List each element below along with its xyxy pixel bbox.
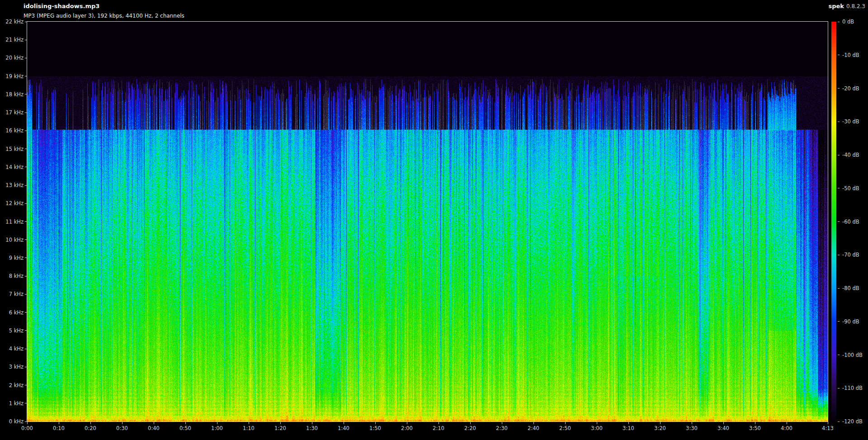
frequency-tick <box>25 40 27 40</box>
frequency-tick <box>25 312 27 313</box>
frequency-tick-label: 8 kHz <box>0 273 24 279</box>
time-tick <box>755 422 755 424</box>
db-tick <box>838 55 840 55</box>
time-tick-label: 0:50 <box>172 425 199 431</box>
frequency-tick <box>25 76 27 76</box>
frequency-tick-label: 17 kHz <box>0 110 24 116</box>
frequency-tick <box>25 239 27 240</box>
frequency-tick <box>25 421 27 422</box>
frequency-tick-label: 6 kHz <box>0 309 24 315</box>
db-tick <box>838 355 840 355</box>
time-tick-label: 0:20 <box>77 425 104 431</box>
time-tick <box>217 422 217 424</box>
db-tick-label: -60 dB <box>842 219 859 225</box>
db-tick-label: -70 dB <box>842 252 859 258</box>
time-tick-label: 0:40 <box>140 425 167 431</box>
time-tick <box>439 422 439 424</box>
frequency-tick <box>25 257 27 258</box>
frequency-tick-label: 14 kHz <box>0 164 24 170</box>
time-tick-label: 2:20 <box>457 425 484 431</box>
time-tick <box>122 422 123 424</box>
time-tick <box>59 422 59 424</box>
time-tick <box>597 422 597 424</box>
time-tick <box>407 422 407 424</box>
db-tick-label: 0 dB <box>842 19 854 25</box>
time-tick-label: 3:50 <box>741 425 769 431</box>
db-tick-label: -20 dB <box>842 85 859 91</box>
db-tick <box>838 221 840 222</box>
app-name: spek <box>829 3 844 9</box>
time-tick-label: 1:50 <box>362 425 389 431</box>
db-tick <box>838 122 840 122</box>
frequency-tick-label: 5 kHz <box>0 328 24 333</box>
frequency-tick-label: 19 kHz <box>0 73 24 79</box>
time-tick-label: 4:13 <box>814 425 841 431</box>
frequency-tick-label: 13 kHz <box>0 183 24 188</box>
frequency-tick <box>25 203 27 204</box>
frequency-tick-label: 10 kHz <box>0 237 24 243</box>
time-tick-label: 3:10 <box>615 425 642 431</box>
frequency-tick <box>25 349 27 349</box>
time-tick <box>312 422 312 424</box>
db-tick-label: -120 dB <box>842 419 863 425</box>
time-tick <box>628 422 629 424</box>
frequency-tick-label: 22 kHz <box>0 19 24 25</box>
time-tick-label: 1:20 <box>267 425 294 431</box>
db-tick <box>838 321 840 322</box>
db-tick <box>838 388 840 389</box>
time-tick-label: 2:00 <box>393 425 420 431</box>
db-tick <box>838 188 840 188</box>
frequency-tick <box>25 221 27 222</box>
time-tick <box>249 422 249 424</box>
frequency-tick-label: 15 kHz <box>0 146 24 152</box>
time-tick <box>660 422 660 424</box>
frequency-tick-label: 11 kHz <box>0 219 24 225</box>
db-tick <box>838 421 840 422</box>
time-tick <box>154 422 154 424</box>
frequency-tick-label: 9 kHz <box>0 255 24 261</box>
frequency-tick <box>25 367 27 367</box>
frequency-tick <box>25 131 27 131</box>
time-tick-label: 0:00 <box>14 425 41 431</box>
time-tick-label: 2:50 <box>552 425 579 431</box>
time-tick-label: 0:10 <box>45 425 72 431</box>
time-tick-label: 2:30 <box>488 425 515 431</box>
frequency-tick-label: 4 kHz <box>0 346 24 352</box>
frequency-tick <box>25 167 27 167</box>
frequency-tick-label: 0 kHz <box>0 419 24 425</box>
time-tick <box>344 422 344 424</box>
time-tick <box>692 422 692 424</box>
db-tick <box>838 88 840 89</box>
db-tick-label: -110 dB <box>842 385 863 391</box>
frequency-tick <box>25 58 27 58</box>
db-tick-label: -40 dB <box>842 152 859 158</box>
time-tick-label: 1:10 <box>235 425 262 431</box>
frequency-tick-label: 21 kHz <box>0 37 24 43</box>
db-tick-label: -80 dB <box>842 286 859 291</box>
app-version: 0.8.2.3 <box>846 3 865 9</box>
frequency-tick <box>25 112 27 113</box>
frequency-tick-label: 7 kHz <box>0 291 24 297</box>
db-tick <box>838 22 840 22</box>
file-info: MP3 (MPEG audio layer 3), 192 kbps, 4410… <box>24 13 184 19</box>
time-tick <box>502 422 502 424</box>
frequency-tick-label: 2 kHz <box>0 382 24 388</box>
time-tick-label: 3:40 <box>710 425 737 431</box>
db-tick <box>838 288 840 289</box>
time-tick-label: 4:00 <box>773 425 800 431</box>
db-tick <box>838 255 840 255</box>
frequency-tick <box>25 94 27 94</box>
legend-colorbar <box>831 22 836 421</box>
time-tick <box>470 422 471 424</box>
frequency-tick <box>25 385 27 385</box>
time-tick-label: 2:10 <box>425 425 452 431</box>
app-brand: spek0.8.2.3 <box>829 3 866 9</box>
db-tick-label: -50 dB <box>842 185 859 191</box>
time-tick <box>565 422 566 424</box>
frequency-tick <box>25 276 27 276</box>
time-tick-label: 1:30 <box>298 425 326 431</box>
frequency-tick-label: 1 kHz <box>0 400 24 406</box>
time-tick <box>828 422 828 424</box>
frequency-tick <box>25 22 27 22</box>
time-tick-label: 2:40 <box>520 425 547 431</box>
